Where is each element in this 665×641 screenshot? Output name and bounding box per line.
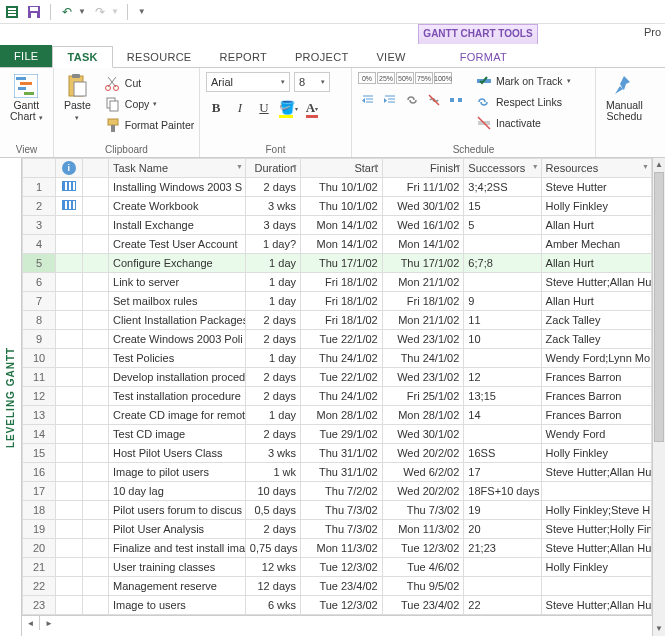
cell-indicators[interactable] bbox=[56, 520, 82, 539]
cell-task-name[interactable]: Install Exchange bbox=[109, 216, 246, 235]
row-number[interactable]: 3 bbox=[23, 216, 56, 235]
cell-indicators[interactable] bbox=[56, 558, 82, 577]
cell-task-name[interactable]: Test CD image bbox=[109, 425, 246, 444]
cell-task-mode[interactable] bbox=[82, 520, 108, 539]
header-resources[interactable]: Resources▼ bbox=[541, 159, 651, 178]
cell-duration[interactable]: 2 days bbox=[245, 520, 300, 539]
cell-resources[interactable]: Allan Hurt bbox=[541, 292, 651, 311]
undo-icon[interactable]: ↶ bbox=[59, 4, 75, 20]
tab-resource[interactable]: RESOURCE bbox=[113, 47, 206, 67]
cell-task-name[interactable]: Create Workbook bbox=[109, 197, 246, 216]
cell-task-mode[interactable] bbox=[82, 539, 108, 558]
cell-finish[interactable]: Fri 18/1/02 bbox=[382, 292, 464, 311]
table-row[interactable]: 10Test Policies1 dayThu 24/1/02Thu 24/1/… bbox=[23, 349, 652, 368]
cell-successors[interactable]: 22 bbox=[464, 596, 541, 615]
cell-duration[interactable]: 2 days bbox=[245, 178, 300, 197]
table-row[interactable]: 18Pilot users forum to discus0,5 daysThu… bbox=[23, 501, 652, 520]
redo-icon[interactable]: ↷ bbox=[92, 4, 108, 20]
row-number[interactable]: 9 bbox=[23, 330, 56, 349]
cell-duration[interactable]: 3 wks bbox=[245, 444, 300, 463]
undo-drop-icon[interactable]: ▼ bbox=[78, 7, 86, 16]
cell-task-mode[interactable] bbox=[82, 349, 108, 368]
header-finish[interactable]: Finish▼ bbox=[382, 159, 464, 178]
cell-finish[interactable]: Wed 20/2/02 bbox=[382, 444, 464, 463]
pct-25-button[interactable]: 25% bbox=[377, 72, 395, 84]
cell-indicators[interactable] bbox=[56, 463, 82, 482]
cell-resources[interactable]: Steve Hutter;Allan Hu bbox=[541, 539, 651, 558]
cell-indicators[interactable] bbox=[56, 539, 82, 558]
cell-successors[interactable]: 9 bbox=[464, 292, 541, 311]
row-number[interactable]: 20 bbox=[23, 539, 56, 558]
cell-duration[interactable]: 2 days bbox=[245, 425, 300, 444]
row-number[interactable]: 22 bbox=[23, 577, 56, 596]
cell-resources[interactable]: Steve Hutter;Allan Hu bbox=[541, 273, 651, 292]
chevron-down-icon[interactable]: ▼ bbox=[291, 163, 298, 170]
cell-resources[interactable]: Holly Finkley bbox=[541, 197, 651, 216]
cell-duration[interactable]: 12 days bbox=[245, 577, 300, 596]
cell-successors[interactable] bbox=[464, 558, 541, 577]
row-number[interactable]: 23 bbox=[23, 596, 56, 615]
cell-start[interactable]: Thu 31/1/02 bbox=[301, 444, 383, 463]
cell-resources[interactable]: Frances Barron bbox=[541, 368, 651, 387]
cell-resources[interactable]: Amber Mechan bbox=[541, 235, 651, 254]
cell-task-mode[interactable] bbox=[82, 368, 108, 387]
cell-start[interactable]: Thu 17/1/02 bbox=[301, 254, 383, 273]
cell-finish[interactable]: Mon 21/1/02 bbox=[382, 311, 464, 330]
cell-task-name[interactable]: Pilot User Analysis bbox=[109, 520, 246, 539]
cell-task-mode[interactable] bbox=[82, 178, 108, 197]
cell-task-mode[interactable] bbox=[82, 254, 108, 273]
cell-finish[interactable]: Mon 28/1/02 bbox=[382, 406, 464, 425]
row-number[interactable]: 5 bbox=[23, 254, 56, 273]
paste-button[interactable]: Paste▾ bbox=[60, 72, 95, 125]
cell-finish[interactable]: Mon 11/3/02 bbox=[382, 520, 464, 539]
cell-task-mode[interactable] bbox=[82, 273, 108, 292]
table-row[interactable]: 12Test installation procedure2 daysThu 2… bbox=[23, 387, 652, 406]
cell-successors[interactable] bbox=[464, 273, 541, 292]
cell-successors[interactable]: 5 bbox=[464, 216, 541, 235]
redo-drop-icon[interactable]: ▼ bbox=[111, 7, 119, 16]
cell-task-mode[interactable] bbox=[82, 406, 108, 425]
cell-start[interactable]: Tue 22/1/02 bbox=[301, 368, 383, 387]
cell-indicators[interactable] bbox=[56, 577, 82, 596]
table-row[interactable]: 3Install Exchange3 daysMon 14/1/02Wed 16… bbox=[23, 216, 652, 235]
respect-links-button[interactable]: Respect Links bbox=[472, 93, 575, 111]
cell-task-name[interactable]: Image to pilot users bbox=[109, 463, 246, 482]
cell-duration[interactable]: 3 days bbox=[245, 216, 300, 235]
qat-customize-icon[interactable]: ▼ bbox=[138, 7, 146, 16]
cell-successors[interactable]: 12 bbox=[464, 368, 541, 387]
cell-resources[interactable]: Allan Hurt bbox=[541, 254, 651, 273]
cell-task-mode[interactable] bbox=[82, 444, 108, 463]
header-start[interactable]: Start▼ bbox=[301, 159, 383, 178]
cell-successors[interactable]: 21;23 bbox=[464, 539, 541, 558]
cell-duration[interactable]: 3 wks bbox=[245, 197, 300, 216]
cell-resources[interactable]: Zack Talley bbox=[541, 330, 651, 349]
cell-finish[interactable]: Tue 23/4/02 bbox=[382, 596, 464, 615]
split-task-button[interactable] bbox=[446, 90, 466, 110]
cell-task-name[interactable]: Set mailbox rules bbox=[109, 292, 246, 311]
tab-task[interactable]: TASK bbox=[52, 46, 112, 68]
underline-button[interactable]: U bbox=[254, 98, 274, 118]
row-number[interactable]: 12 bbox=[23, 387, 56, 406]
cell-resources[interactable]: Zack Talley bbox=[541, 311, 651, 330]
font-name-combo[interactable]: Arial▾ bbox=[206, 72, 290, 92]
cell-successors[interactable]: 14 bbox=[464, 406, 541, 425]
cell-indicators[interactable] bbox=[56, 216, 82, 235]
cell-successors[interactable] bbox=[464, 235, 541, 254]
cell-finish[interactable]: Thu 17/1/02 bbox=[382, 254, 464, 273]
scroll-down-icon[interactable]: ▼ bbox=[653, 622, 665, 636]
font-size-combo[interactable]: 8▾ bbox=[294, 72, 330, 92]
unlink-tasks-button[interactable] bbox=[424, 90, 444, 110]
cell-task-name[interactable]: Test Policies bbox=[109, 349, 246, 368]
cell-indicators[interactable] bbox=[56, 501, 82, 520]
cell-start[interactable]: Thu 24/1/02 bbox=[301, 387, 383, 406]
mark-on-track-button[interactable]: Mark on Track ▾ bbox=[472, 72, 575, 90]
cell-duration[interactable]: 1 day bbox=[245, 292, 300, 311]
cell-finish[interactable]: Fri 11/1/02 bbox=[382, 178, 464, 197]
chevron-down-icon[interactable]: ▼ bbox=[532, 163, 539, 170]
cell-start[interactable]: Tue 12/3/02 bbox=[301, 558, 383, 577]
table-row[interactable]: 19Pilot User Analysis2 daysThu 7/3/02Mon… bbox=[23, 520, 652, 539]
cell-finish[interactable]: Wed 23/1/02 bbox=[382, 368, 464, 387]
cell-successors[interactable]: 15 bbox=[464, 197, 541, 216]
cell-finish[interactable]: Fri 25/1/02 bbox=[382, 387, 464, 406]
cell-task-name[interactable]: Create CD image for remot bbox=[109, 406, 246, 425]
